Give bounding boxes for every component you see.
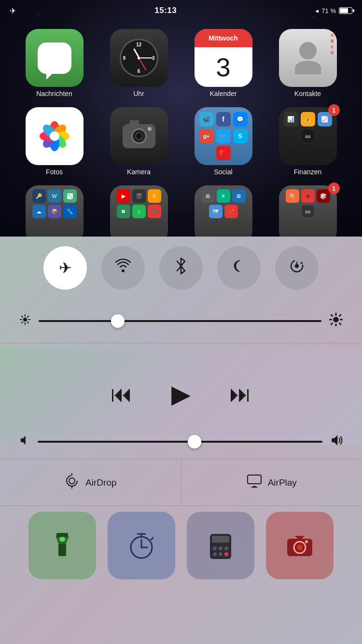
social-mini-facetime: 📹 bbox=[199, 112, 214, 126]
cc-air-row: AirDrop AirPlay bbox=[0, 460, 362, 505]
app-folder2[interactable]: ▶ 🎬 A ✖ ♫ 🎮 bbox=[99, 185, 179, 237]
cc-brightness-slider bbox=[19, 304, 343, 338]
contact-body bbox=[295, 61, 321, 74]
app-icon-fotos bbox=[26, 107, 84, 165]
app-label-kontakte: Kontakte bbox=[294, 90, 321, 98]
svg-point-53 bbox=[219, 552, 223, 556]
camera-bump-icon bbox=[129, 120, 139, 125]
app-label-uhr: Uhr bbox=[133, 90, 144, 98]
social-mini-messenger: 💬 bbox=[233, 112, 248, 126]
svg-point-52 bbox=[213, 552, 217, 556]
cc-divider-1 bbox=[0, 343, 362, 343]
f4-i3: 🎲 bbox=[317, 189, 330, 203]
contact-silhouette bbox=[295, 42, 321, 74]
cc-airplay-button[interactable]: AirPlay bbox=[181, 460, 362, 505]
app-icon-kontakte: A B C D bbox=[279, 29, 337, 87]
cc-timer-button[interactable] bbox=[108, 512, 175, 579]
battery-indicator bbox=[339, 7, 352, 14]
svg-marker-36 bbox=[251, 486, 258, 488]
svg-rect-35 bbox=[248, 475, 261, 484]
app-fotos[interactable]: Fotos bbox=[14, 107, 94, 176]
brightness-high-icon bbox=[329, 313, 343, 329]
f3-i4: 🗺 bbox=[209, 205, 223, 218]
f2-i5: ♫ bbox=[132, 205, 146, 218]
svg-point-54 bbox=[224, 552, 228, 556]
fin-mini-1: 📊 bbox=[284, 112, 298, 126]
svg-rect-39 bbox=[56, 533, 68, 537]
f3-i2: ✳ bbox=[217, 189, 230, 203]
moon-icon bbox=[231, 258, 247, 278]
brightness-low-icon bbox=[19, 314, 31, 328]
calendar-day-number: 3 bbox=[216, 54, 230, 80]
cc-bottom-apps bbox=[0, 507, 362, 584]
cc-toggle-rotation[interactable] bbox=[275, 246, 319, 290]
status-left: ✈ bbox=[10, 6, 16, 15]
rotation-lock-icon bbox=[289, 258, 305, 278]
camera-lens-inner-icon bbox=[135, 132, 143, 140]
cc-airdrop-button[interactable]: AirDrop bbox=[0, 460, 181, 505]
media-rewind-button[interactable]: ⏮ bbox=[111, 383, 133, 405]
social-mini-flag: 🚩 bbox=[216, 146, 231, 160]
brightness-track[interactable] bbox=[39, 320, 321, 322]
f2-i1: ▶ bbox=[117, 189, 130, 203]
app-social[interactable]: 📹 f 💬 g+ 🐦 S 🚩 Social bbox=[183, 107, 263, 176]
svg-point-40 bbox=[59, 537, 65, 542]
f1-i3: 📉 bbox=[63, 189, 77, 203]
photos-flower-icon bbox=[38, 119, 71, 153]
f4-i2: 🐞 bbox=[301, 189, 315, 203]
status-time: 15:13 bbox=[154, 6, 177, 15]
social-mini-twitter: 🐦 bbox=[216, 129, 231, 143]
brightness-thumb[interactable] bbox=[111, 314, 125, 328]
app-icon-nachrichten bbox=[26, 29, 84, 87]
app-label-finanzen: Finanzen bbox=[294, 168, 322, 176]
cc-flashlight-button[interactable] bbox=[28, 512, 96, 579]
f3-i1: ⊞ bbox=[201, 189, 215, 203]
wifi-icon bbox=[114, 258, 132, 278]
calendar-body: 3 bbox=[216, 47, 230, 87]
fin-mini-2: 💰 bbox=[301, 112, 315, 126]
svg-rect-48 bbox=[212, 536, 229, 543]
camera-body-icon bbox=[123, 124, 155, 148]
svg-point-33 bbox=[69, 478, 75, 484]
location-icon: ◂ bbox=[315, 7, 319, 14]
svg-point-9 bbox=[122, 269, 125, 272]
app-finanzen[interactable]: 1 📊 💰 📈 aa Finanzen bbox=[268, 107, 348, 176]
folder4-badge: 1 bbox=[328, 182, 340, 194]
app-kontakte[interactable]: A B C D Kontakte bbox=[268, 29, 348, 98]
svg-line-29 bbox=[331, 323, 332, 324]
clock-min-hand bbox=[139, 57, 153, 58]
volume-low-icon bbox=[19, 435, 30, 448]
media-fastforward-button[interactable]: ⏭ bbox=[229, 383, 251, 405]
svg-point-11 bbox=[295, 264, 299, 268]
cc-toggle-donotdisturb[interactable] bbox=[217, 246, 261, 290]
cc-toggle-airplane[interactable]: ✈ bbox=[43, 246, 87, 290]
app-kalender[interactable]: Mittwoch 3 Kalender bbox=[183, 29, 263, 98]
f2-i6: 🎮 bbox=[148, 205, 161, 218]
svg-marker-32 bbox=[332, 435, 337, 446]
calendar-header: Mittwoch bbox=[195, 29, 252, 47]
message-bubble-icon bbox=[38, 42, 71, 74]
airplay-icon bbox=[247, 474, 262, 491]
app-icon-kalender: Mittwoch 3 bbox=[195, 29, 252, 87]
volume-track[interactable] bbox=[38, 441, 322, 443]
svg-point-50 bbox=[219, 546, 223, 550]
control-center: ✈ bbox=[0, 237, 362, 644]
app-folder1[interactable]: 🔑 W 📉 ☁ 📦 🔧 bbox=[14, 185, 94, 237]
clock-center-dot bbox=[138, 57, 140, 59]
status-bar: ✈ 15:13 ◂ 71 % bbox=[0, 0, 362, 21]
volume-thumb[interactable] bbox=[188, 435, 201, 448]
app-folder4[interactable]: 1 🍭 🐞 🎲 aa bbox=[268, 185, 348, 237]
app-folder3[interactable]: ⊞ ✳ ⊠ 🗺 📌 bbox=[183, 185, 263, 237]
svg-line-21 bbox=[28, 316, 28, 317]
media-play-button[interactable]: ▶ bbox=[171, 381, 191, 406]
app-nachrichten[interactable]: Nachrichten bbox=[14, 29, 94, 98]
svg-point-59 bbox=[305, 540, 308, 543]
app-uhr[interactable]: 12 3 6 9 Uhr bbox=[99, 29, 179, 98]
cc-calculator-button[interactable] bbox=[187, 512, 254, 579]
cc-camera-button[interactable] bbox=[266, 512, 334, 579]
f2-i2: 🎬 bbox=[132, 189, 146, 203]
cc-toggle-bluetooth[interactable] bbox=[159, 246, 203, 290]
cc-toggle-wifi[interactable] bbox=[101, 246, 145, 290]
battery-percent: 71 % bbox=[321, 7, 336, 14]
app-kamera[interactable]: Kamera bbox=[99, 107, 179, 176]
